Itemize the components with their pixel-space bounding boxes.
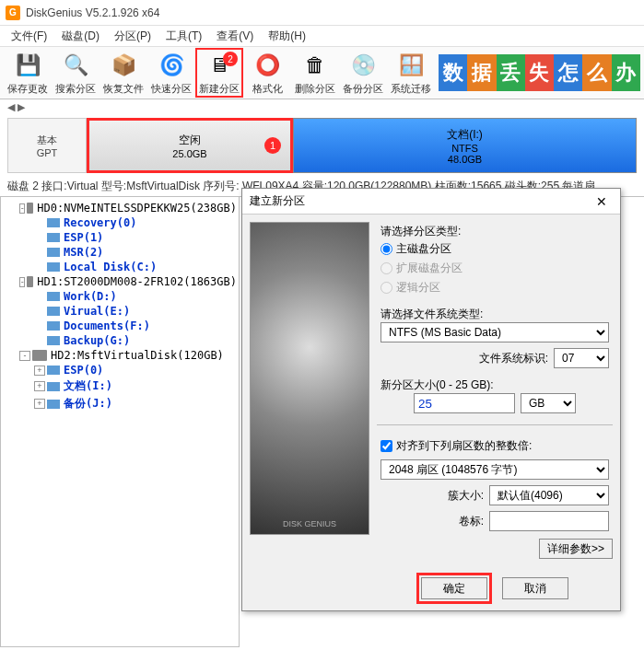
tree-disk[interactable]: -HD2:MsftVirtualDisk(120GB) xyxy=(3,348,237,363)
tree-partition[interactable]: MSR(2) xyxy=(3,245,237,260)
tree-partition[interactable]: Local Disk(C:) xyxy=(3,260,237,274)
menu-disk[interactable]: 磁盘(D) xyxy=(54,27,107,46)
menu-file[interactable]: 文件(F) xyxy=(4,27,54,46)
tree-partition[interactable]: +文档(I:) xyxy=(3,377,237,395)
tree-partition[interactable]: ESP(1) xyxy=(3,230,237,245)
tree-partition[interactable]: +备份(J:) xyxy=(3,395,237,412)
segment-fs: NTFS xyxy=(451,143,478,154)
partition-icon xyxy=(47,321,60,331)
tool-format[interactable]: ⭕格式化 xyxy=(243,48,291,98)
tree-partition[interactable]: Work(D:) xyxy=(3,289,237,304)
tree-label: Virual(E:) xyxy=(64,305,130,318)
radio-logical: 逻辑分区 xyxy=(381,278,609,297)
nav-arrows[interactable]: ◀ ▶ xyxy=(0,99,644,114)
tree-label: HD1:ST2000DM008-2FR102(1863GB) xyxy=(37,275,237,288)
partition-icon xyxy=(47,400,60,409)
tree-label: ESP(0) xyxy=(64,364,103,377)
quick-icon: 🌀 xyxy=(157,51,186,80)
menu-partition[interactable]: 分区(P) xyxy=(107,27,158,46)
cluster-label: 簇大小: xyxy=(448,488,484,504)
volume-label: 卷标: xyxy=(459,514,484,529)
tree-disk[interactable]: -HD1:ST2000DM008-2FR102(1863GB) xyxy=(3,274,237,289)
tool-migrate[interactable]: 🪟系统迁移 xyxy=(387,48,435,98)
ok-button[interactable]: 确定 xyxy=(421,577,487,599)
tree-label: HD0:NVMeINTELSSDPEKKW25(238GB) xyxy=(37,202,237,215)
partition-icon xyxy=(47,233,60,242)
search-icon: 🔍 xyxy=(61,51,90,80)
expand-icon[interactable]: - xyxy=(19,277,25,287)
segment-title: 空闲 xyxy=(179,133,201,148)
partition-icon xyxy=(47,218,60,227)
fs-id-label: 文件系统标识: xyxy=(479,351,548,366)
cancel-button[interactable]: 取消 xyxy=(502,577,568,599)
expand-icon[interactable]: - xyxy=(19,351,30,361)
backup-icon: 💿 xyxy=(348,51,378,80)
tree-partition[interactable]: Virual(E:) xyxy=(3,304,237,319)
section-label: 请选择分区类型: xyxy=(381,224,609,239)
partition-icon xyxy=(47,262,60,272)
expand-icon[interactable]: + xyxy=(34,381,45,391)
badge-1: 1 xyxy=(264,137,281,154)
size-input[interactable] xyxy=(414,393,515,413)
disk-icon xyxy=(27,276,33,287)
new-partition-dialog: 建立新分区 ✕ DISK GENIUS 请选择分区类型: 主磁盘分区 扩展磁盘分… xyxy=(241,188,621,611)
toolbar: 💾保存更改 🔍搜索分区 📦恢复文件 🌀快速分区 🖥新建分区2 ⭕格式化 🗑删除分… xyxy=(0,46,644,99)
dialog-form: 请选择分区类型: 主磁盘分区 扩展磁盘分区 逻辑分区 请选择文件系统类型: NT… xyxy=(377,222,613,603)
segment-size: 48.0GB xyxy=(448,154,482,165)
tool-save[interactable]: 💾保存更改 xyxy=(4,48,52,98)
menu-view[interactable]: 查看(V) xyxy=(209,27,261,46)
partition-icon xyxy=(47,307,60,316)
tool-recover[interactable]: 📦恢复文件 xyxy=(100,48,147,98)
size-unit-select[interactable]: GB xyxy=(521,393,576,413)
tool-delete[interactable]: 🗑删除分区 xyxy=(291,48,339,98)
tool-quick[interactable]: 🌀快速分区 xyxy=(147,48,195,98)
volume-input[interactable] xyxy=(489,511,609,531)
tree-partition[interactable]: Recovery(0) xyxy=(3,215,237,230)
disk-type-info: 基本 GPT xyxy=(7,118,87,173)
radio-primary[interactable]: 主磁盘分区 xyxy=(381,239,609,259)
recover-icon: 📦 xyxy=(109,51,138,80)
align-checkbox[interactable]: 对齐到下列扇区数的整数倍: xyxy=(381,436,609,456)
expand-icon[interactable]: + xyxy=(34,366,45,376)
migrate-icon: 🪟 xyxy=(396,51,426,80)
segment-title: 文档(I:) xyxy=(447,127,483,143)
fs-id-select[interactable]: 07 xyxy=(554,348,609,368)
filesystem-select[interactable]: NTFS (MS Basic Data) xyxy=(381,322,609,342)
cluster-select[interactable]: 默认值(4096) xyxy=(489,485,609,505)
tree-label: Documents(F:) xyxy=(64,319,150,332)
badge-2: 2 xyxy=(223,52,238,66)
save-icon: 💾 xyxy=(13,51,42,80)
tree-label: 文档(I:) xyxy=(64,378,112,394)
dialog-titlebar[interactable]: 建立新分区 ✕ xyxy=(242,189,620,215)
tree-partition[interactable]: Backup(G:) xyxy=(3,333,237,348)
expand-icon[interactable]: + xyxy=(34,399,45,409)
expand-icon[interactable]: - xyxy=(19,203,25,214)
tree-label: 备份(J:) xyxy=(64,396,112,412)
partition-icon xyxy=(47,382,60,391)
detail-button[interactable]: 详细参数>> xyxy=(539,539,613,559)
promo-banner[interactable]: 数 据 丢 失 怎 么 办 xyxy=(439,54,640,91)
tree-disk[interactable]: -HD0:NVMeINTELSSDPEKKW25(238GB) xyxy=(3,201,237,215)
segment-size: 25.0GB xyxy=(172,148,206,159)
menu-help[interactable]: 帮助(H) xyxy=(261,27,313,46)
close-icon[interactable]: ✕ xyxy=(591,194,613,209)
tool-backup[interactable]: 💿备份分区 xyxy=(339,48,387,98)
tree-partition[interactable]: +ESP(0) xyxy=(3,363,237,377)
titlebar: G DiskGenius V5.2.1.926 x64 xyxy=(0,0,644,26)
tool-new-partition[interactable]: 🖥新建分区2 xyxy=(195,48,243,98)
partition-icon xyxy=(47,336,60,345)
menu-tools[interactable]: 工具(T) xyxy=(158,27,209,46)
tree-label: ESP(1) xyxy=(64,231,103,244)
disk-icon xyxy=(27,203,33,214)
partition-icon xyxy=(47,248,60,257)
segment-ntfs[interactable]: 文档(I:) NTFS 48.0GB xyxy=(293,118,637,173)
dialog-image: DISK GENIUS xyxy=(250,222,369,535)
align-select[interactable]: 2048 扇区 (1048576 字节) xyxy=(381,459,609,480)
partition-icon xyxy=(47,366,60,375)
segment-free[interactable]: 空闲 25.0GB 1 xyxy=(87,118,293,173)
tree-partition[interactable]: Documents(F:) xyxy=(3,319,237,333)
disk-tree[interactable]: -HD0:NVMeINTELSSDPEKKW25(238GB)Recovery(… xyxy=(0,196,240,647)
tree-label: Backup(G:) xyxy=(64,334,130,347)
delete-icon: 🗑 xyxy=(300,51,330,80)
tool-search[interactable]: 🔍搜索分区 xyxy=(52,48,100,98)
